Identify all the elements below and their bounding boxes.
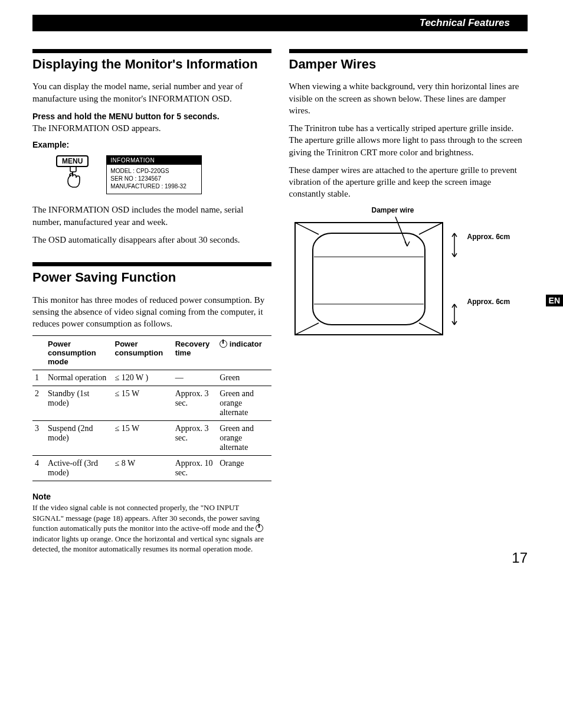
- th-blank: [32, 336, 45, 370]
- td: ≤ 15 W: [112, 421, 172, 456]
- paragraph: The OSD automatically disappears after a…: [32, 234, 271, 246]
- example-figure: MENU INFORMATION MODEL : CPD-220GS SER N…: [56, 155, 271, 194]
- section-rule: [289, 49, 528, 53]
- osd-line: SER NO : 1234567: [110, 175, 198, 182]
- note-body: If the video signal cable is not connect…: [32, 502, 271, 554]
- td: Green: [217, 370, 271, 386]
- th-indicator: indicator: [217, 336, 271, 370]
- td: Active-off (3rd mode): [45, 456, 112, 481]
- section-title-display-info: Displaying the Monitor's Information: [32, 57, 271, 72]
- paragraph: Press and hold the MENU button for 5 sec…: [32, 110, 271, 135]
- instruction-bold: Press and hold the MENU button for 5 sec…: [32, 112, 220, 121]
- section-rule: [32, 49, 271, 53]
- table-row: 2 Standby (1st mode) ≤ 15 W Approx. 3 se…: [32, 386, 271, 421]
- power-table: Power consumption mode Power consumption…: [32, 335, 271, 481]
- td: 1: [32, 370, 45, 386]
- approx-label-2: Approx. 6cm: [467, 298, 510, 306]
- paragraph: You can display the model name, serial n…: [32, 80, 271, 105]
- td: ≤ 120 W ): [112, 370, 172, 386]
- td: 3: [32, 421, 45, 456]
- svg-rect-1: [313, 233, 425, 325]
- section-rule: [32, 262, 271, 266]
- td: ≤ 8 W: [112, 456, 172, 481]
- osd-information-box: INFORMATION MODEL : CPD-220GS SER NO : 1…: [106, 155, 202, 194]
- damper-wire-label: Damper wire: [372, 206, 414, 214]
- header-bar: Technical Features: [32, 15, 528, 31]
- page-number: 17: [512, 550, 528, 566]
- paragraph: This monitor has three modes of reduced …: [32, 294, 271, 330]
- table-row: 3 Suspend (2nd mode) ≤ 15 W Approx. 3 se…: [32, 421, 271, 456]
- td: Approx. 3 sec.: [173, 386, 218, 421]
- th-recovery: Recovery time: [173, 336, 218, 370]
- example-label: Example:: [32, 140, 271, 149]
- section-title-damper-wires: Damper Wires: [289, 57, 528, 72]
- td: —: [173, 370, 218, 386]
- osd-line: MODEL : CPD-220GS: [110, 167, 198, 175]
- td: Suspend (2nd mode): [45, 421, 112, 456]
- paragraph: These damper wires are attached to the a…: [289, 164, 528, 200]
- hand-press-icon: [60, 166, 86, 192]
- power-icon: [256, 524, 263, 532]
- th-consumption: Power consumption: [112, 336, 172, 370]
- language-tab: EN: [546, 295, 563, 306]
- monitor-diagram-icon: [289, 217, 466, 347]
- td: 2: [32, 386, 45, 421]
- td: Green and orange alternate: [217, 386, 271, 421]
- menu-button: MENU: [56, 155, 89, 167]
- td: Standby (1st mode): [45, 386, 112, 421]
- table-row: 4 Active-off (3rd mode) ≤ 8 W Approx. 10…: [32, 456, 271, 481]
- td: Approx. 10 sec.: [173, 456, 218, 481]
- left-column: Displaying the Monitor's Information You…: [32, 49, 271, 554]
- svg-rect-0: [70, 166, 76, 172]
- td: ≤ 15 W: [112, 386, 172, 421]
- table-row: 1 Normal operation ≤ 120 W ) — Green: [32, 370, 271, 386]
- right-column: Damper Wires When viewing a white backgr…: [289, 49, 528, 554]
- th-mode: Power consumption mode: [45, 336, 112, 370]
- paragraph: The Trinitron tube has a vertically stri…: [289, 122, 528, 158]
- damper-wire-figure: Damper wire Approx. 6cm Approx. 6cm EN: [289, 206, 528, 342]
- td: Green and orange alternate: [217, 421, 271, 456]
- paragraph: The INFORMATION OSD includes the model n…: [32, 204, 271, 228]
- section-title-power-saving: Power Saving Function: [32, 270, 271, 285]
- header-title: Technical Features: [420, 17, 510, 29]
- td: Approx. 3 sec.: [173, 421, 218, 456]
- paragraph: When viewing a white background, very th…: [289, 80, 528, 116]
- td: Normal operation: [45, 370, 112, 386]
- power-icon: [220, 340, 227, 348]
- menu-button-diagram: MENU: [56, 155, 89, 192]
- osd-header: INFORMATION: [107, 156, 201, 165]
- approx-label-1: Approx. 6cm: [467, 233, 510, 241]
- instruction-result: The INFORMATION OSD appears.: [32, 123, 161, 133]
- td: 4: [32, 456, 45, 481]
- osd-line: MANUFACTURED : 1998-32: [110, 182, 198, 190]
- note-title: Note: [32, 492, 271, 501]
- td: Orange: [217, 456, 271, 481]
